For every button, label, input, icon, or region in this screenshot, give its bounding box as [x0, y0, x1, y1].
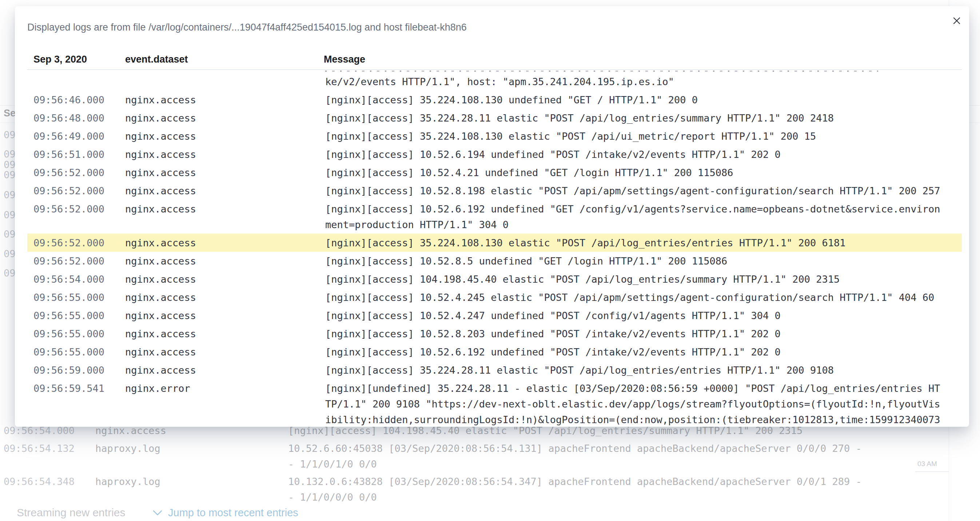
log-row-timestamp: 09:56:55.000: [33, 308, 104, 323]
log-table-row[interactable]: 09:56:48.000 nginx.access [nginx][access…: [27, 109, 962, 127]
log-row-timestamp: 09:56:46.000: [33, 92, 104, 108]
column-header-message: Message: [324, 49, 365, 70]
log-table-row[interactable]: 09:56:55.000 nginx.access [nginx][access…: [27, 325, 962, 343]
log-table-row[interactable]: 09:56:52.000 nginx.access [nginx][access…: [27, 163, 962, 182]
log-row-timestamp: 09:56:54.000: [33, 271, 104, 287]
column-header-date: Sep 3, 2020: [33, 49, 87, 70]
log-row-timestamp: 09:56:49.000: [33, 128, 104, 144]
modal-title: Displayed logs are from file /var/log/co…: [27, 6, 962, 33]
log-row-message: ke/v2/events HTTP/1.1", host: "apm.35.24…: [325, 74, 943, 89]
log-row-dataset: nginx.access: [125, 308, 196, 323]
clipped-log-line-marks: [325, 70, 878, 72]
log-row-timestamp: 09:56:52.000: [33, 235, 104, 251]
log-table-row[interactable]: 09:56:52.000 nginx.access [nginx][access…: [27, 252, 962, 270]
logs-stream-screen: Sep 3, 2020 09 09 09 09 09 09 09 09 09 0…: [0, 0, 980, 521]
modal-body: Displayed logs are from file /var/log/co…: [15, 6, 969, 427]
log-row-timestamp: 09:56:48.000: [33, 110, 104, 126]
log-row-dataset: nginx.access: [125, 183, 196, 199]
log-table-row[interactable]: 09:56:55.000 nginx.access [nginx][access…: [27, 306, 962, 325]
log-row-timestamp: 09:56:51.000: [33, 147, 104, 162]
log-row-dataset: nginx.access: [125, 110, 196, 126]
log-table-row[interactable]: 09:56:46.000 nginx.access [nginx][access…: [27, 91, 962, 109]
log-row-timestamp: 09:56:52.000: [33, 183, 104, 199]
log-table-row[interactable]: 09:56:59.000 nginx.access [nginx][access…: [27, 361, 962, 379]
log-entries-list[interactable]: ke/v2/events HTTP/1.1", host: "apm.35.24…: [27, 70, 962, 427]
log-table-row[interactable]: 09:56:54.000 nginx.access [nginx][access…: [27, 270, 962, 288]
log-row-dataset: nginx.access: [125, 344, 196, 360]
log-table-row[interactable]: 09:56:49.000 nginx.access [nginx][access…: [27, 127, 962, 145]
log-row-dataset: nginx.access: [125, 326, 196, 342]
clipped-log-line-sliver: [27, 70, 962, 72]
log-table-row[interactable]: 09:56:52.000 nginx.access [nginx][access…: [27, 200, 962, 234]
log-table-row[interactable]: 09:56:51.000 nginx.access [nginx][access…: [27, 145, 962, 163]
log-row-timestamp: 09:56:52.000: [33, 165, 104, 180]
log-row-dataset: nginx.error: [125, 381, 190, 396]
log-row-message: [nginx][access] 35.224.108.130 elastic "…: [325, 128, 943, 144]
log-row-message: [nginx][access] 10.52.6.192 undefined "G…: [325, 201, 943, 233]
log-row-dataset: nginx.access: [125, 271, 196, 287]
log-row-message: [nginx][access] 10.52.4.245 elastic "POS…: [325, 290, 943, 305]
log-table-row[interactable]: 09:56:59.541 nginx.error [nginx][undefin…: [27, 379, 962, 427]
log-row-dataset: nginx.access: [125, 128, 196, 144]
log-row-dataset: nginx.access: [125, 253, 196, 269]
log-row-message: [nginx][access] 35.224.108.130 undefined…: [325, 92, 943, 108]
close-icon[interactable]: [950, 14, 963, 27]
log-row-message: [nginx][access] 10.52.8.5 undefined "GET…: [325, 253, 943, 269]
log-row-message: [nginx][access] 35.224.108.130 elastic "…: [325, 235, 943, 251]
log-row-message: [nginx][undefined] 35.224.28.11 - elasti…: [325, 381, 943, 427]
log-row-dataset: nginx.access: [125, 92, 196, 108]
log-table-row[interactable]: 09:56:52.000 nginx.access [nginx][access…: [27, 182, 962, 200]
log-row-dataset: nginx.access: [125, 290, 196, 305]
log-table-row[interactable]: 09:56:52.000 nginx.access [nginx][access…: [27, 234, 962, 252]
log-row-message: [nginx][access] 35.224.28.11 elastic "PO…: [325, 110, 943, 126]
log-row-timestamp: 09:56:55.000: [33, 290, 104, 305]
log-row-dataset: nginx.access: [125, 235, 196, 251]
log-row-dataset: nginx.access: [125, 362, 196, 378]
log-row-message: [nginx][access] 35.224.28.11 elastic "PO…: [325, 362, 943, 378]
log-table-row[interactable]: ke/v2/events HTTP/1.1", host: "apm.35.24…: [27, 72, 962, 91]
log-table-header: Sep 3, 2020 event.dataset Message: [27, 49, 962, 70]
log-row-message: [nginx][access] 10.52.4.21 undefined "GE…: [325, 165, 943, 180]
log-row-message: [nginx][access] 10.52.6.194 undefined "P…: [325, 147, 943, 162]
log-file-modal: Displayed logs are from file /var/log/co…: [15, 6, 969, 427]
log-row-message: [nginx][access] 10.52.8.198 elastic "POS…: [325, 183, 943, 199]
log-table-row[interactable]: 09:56:55.000 nginx.access [nginx][access…: [27, 343, 962, 361]
log-row-timestamp: 09:56:59.541: [33, 381, 104, 396]
log-row-dataset: nginx.access: [125, 147, 196, 162]
log-row-timestamp: 09:56:55.000: [33, 326, 104, 342]
log-row-timestamp: 09:56:52.000: [33, 253, 104, 269]
log-row-message: [nginx][access] 10.52.6.192 undefined "P…: [325, 344, 943, 360]
log-rows-container: ke/v2/events HTTP/1.1", host: "apm.35.24…: [27, 72, 962, 427]
log-row-dataset: nginx.access: [125, 201, 196, 217]
log-row-timestamp: 09:56:59.000: [33, 362, 104, 378]
log-row-timestamp: 09:56:55.000: [33, 344, 104, 360]
log-row-message: [nginx][access] 10.52.8.203 undefined "P…: [325, 326, 943, 342]
log-row-dataset: nginx.access: [125, 165, 196, 180]
log-row-message: [nginx][access] 10.52.4.247 undefined "P…: [325, 308, 943, 323]
log-row-message: [nginx][access] 104.198.45.40 elastic "P…: [325, 271, 943, 287]
log-table-row[interactable]: 09:56:55.000 nginx.access [nginx][access…: [27, 288, 962, 306]
log-row-timestamp: 09:56:52.000: [33, 201, 104, 217]
column-header-dataset: event.dataset: [125, 49, 188, 70]
